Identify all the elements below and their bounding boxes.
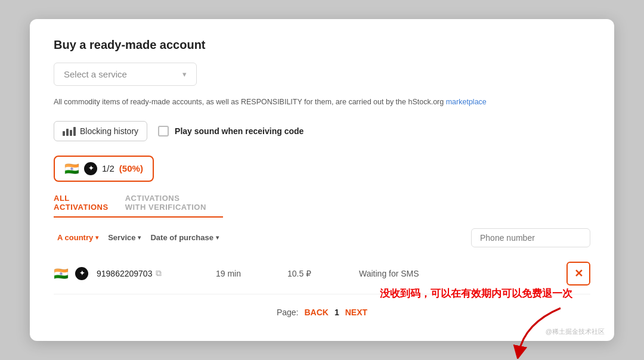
stats-fraction: 1/2 <box>102 163 114 173</box>
filter-row: A country ▾ Service ▾ Date of purchase ▾ <box>54 228 590 247</box>
copy-icon[interactable]: ⧉ <box>156 268 162 278</box>
blocking-history-button[interactable]: Blocking history <box>54 121 147 141</box>
page-back-button[interactable]: BACK <box>305 308 329 317</box>
controls-row: Blocking history Play sound when receivi… <box>54 121 590 141</box>
chevron-down-icon: ▾ <box>182 70 187 79</box>
blocking-history-label: Blocking history <box>80 126 138 136</box>
row-price: 10.5 ₽ <box>287 269 359 278</box>
row-action: ✕ <box>557 262 590 285</box>
date-filter-button[interactable]: Date of purchase ▾ <box>147 231 222 244</box>
stats-badge: 🇮🇳 ✦ 1/2 (50%) <box>54 156 154 182</box>
page-number: 1 <box>335 308 339 317</box>
bar-chart-icon <box>63 126 76 136</box>
country-chevron-icon: ▾ <box>95 234 98 241</box>
pagination-label: Page: <box>277 308 299 317</box>
sound-label: Play sound when receiving code <box>175 126 304 136</box>
row-phone: 919862209703 ⧉ <box>97 268 216 278</box>
row-time: 19 min <box>216 269 287 278</box>
row-status: Waiting for SMS <box>359 269 557 278</box>
watermark: @稀土掘金技术社区 <box>546 327 605 336</box>
row-flag: 🇮🇳 <box>54 266 75 281</box>
date-chevron-icon: ▾ <box>216 234 219 241</box>
row-service-icon: ✦ <box>75 267 97 280</box>
info-text: All commodity items of ready-made accoun… <box>54 97 590 108</box>
table-body: 🇮🇳 ✦ 919862209703 ⧉ 19 min 10.5 ₽ Waitin… <box>54 253 590 294</box>
tab-activations-with-verification[interactable]: ACTIVATIONSWITH VERIFICATION <box>125 189 206 216</box>
cancel-button[interactable]: ✕ <box>566 262 590 285</box>
service-chevron-icon: ▾ <box>138 234 141 241</box>
main-window: Buy a ready-made account Select a servic… <box>30 19 614 341</box>
select-service-dropdown[interactable]: Select a service ▾ <box>54 63 197 86</box>
annotation-overlay: 没收到码，可以在有效期内可以免费退一次 <box>380 287 572 359</box>
table-row: 🇮🇳 ✦ 919862209703 ⧉ 19 min 10.5 ₽ Waitin… <box>54 253 590 294</box>
marketplace-link[interactable]: marketplace <box>446 98 487 106</box>
openai-icon: ✦ <box>84 162 97 175</box>
page-title: Buy a ready-made account <box>54 38 590 52</box>
service-filter-button[interactable]: Service ▾ <box>104 231 144 244</box>
stats-percent: (50%) <box>119 163 143 173</box>
tabs-row: ALLACTIVATIONS ACTIVATIONSWITH VERIFICAT… <box>54 189 223 218</box>
phone-search-input[interactable] <box>471 228 590 247</box>
select-service-label: Select a service <box>64 69 127 79</box>
row-openai-icon: ✦ <box>75 267 88 280</box>
country-filter-button[interactable]: A country ▾ <box>54 231 102 244</box>
pagination: Page: BACK 1 NEXT <box>54 308 590 317</box>
sound-toggle-row: Play sound when receiving code <box>158 126 304 136</box>
sound-checkbox[interactable] <box>158 126 169 136</box>
tab-all-activations[interactable]: ALLACTIVATIONS <box>54 189 109 216</box>
india-flag-icon: 🇮🇳 <box>64 162 79 176</box>
page-next-button[interactable]: NEXT <box>345 308 367 317</box>
